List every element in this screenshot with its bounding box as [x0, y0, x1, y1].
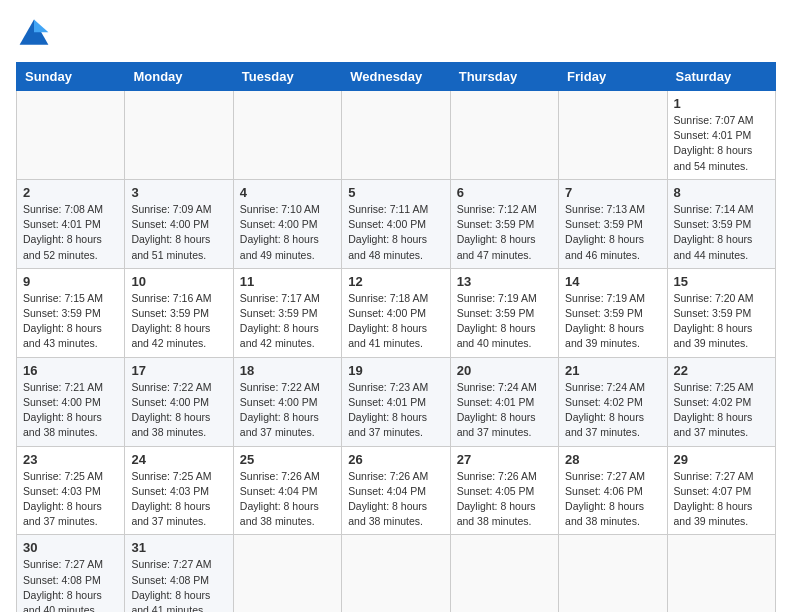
calendar-cell: 13 Sunrise: 7:19 AM Sunset: 3:59 PM Dayl… [450, 268, 558, 357]
calendar-cell: 29 Sunrise: 7:27 AM Sunset: 4:07 PM Dayl… [667, 446, 775, 535]
day-number: 1 [674, 96, 769, 111]
calendar-week-row: 16 Sunrise: 7:21 AM Sunset: 4:00 PM Dayl… [17, 357, 776, 446]
day-info: Sunrise: 7:12 AM Sunset: 3:59 PM Dayligh… [457, 202, 552, 263]
day-number: 13 [457, 274, 552, 289]
calendar-cell [17, 91, 125, 180]
calendar-cell [233, 91, 341, 180]
day-number: 7 [565, 185, 660, 200]
calendar-cell: 11 Sunrise: 7:17 AM Sunset: 3:59 PM Dayl… [233, 268, 341, 357]
day-number: 21 [565, 363, 660, 378]
day-info: Sunrise: 7:15 AM Sunset: 3:59 PM Dayligh… [23, 291, 118, 352]
day-info: Sunrise: 7:27 AM Sunset: 4:08 PM Dayligh… [23, 557, 118, 612]
calendar-week-row: 2 Sunrise: 7:08 AM Sunset: 4:01 PM Dayli… [17, 179, 776, 268]
day-number: 28 [565, 452, 660, 467]
day-info: Sunrise: 7:14 AM Sunset: 3:59 PM Dayligh… [674, 202, 769, 263]
day-info: Sunrise: 7:19 AM Sunset: 3:59 PM Dayligh… [565, 291, 660, 352]
day-number: 23 [23, 452, 118, 467]
day-info: Sunrise: 7:19 AM Sunset: 3:59 PM Dayligh… [457, 291, 552, 352]
logo-icon [16, 16, 52, 52]
day-number: 24 [131, 452, 226, 467]
calendar-cell: 27 Sunrise: 7:26 AM Sunset: 4:05 PM Dayl… [450, 446, 558, 535]
calendar-week-row: 23 Sunrise: 7:25 AM Sunset: 4:03 PM Dayl… [17, 446, 776, 535]
calendar-cell: 24 Sunrise: 7:25 AM Sunset: 4:03 PM Dayl… [125, 446, 233, 535]
day-number: 27 [457, 452, 552, 467]
day-info: Sunrise: 7:23 AM Sunset: 4:01 PM Dayligh… [348, 380, 443, 441]
calendar-table: SundayMondayTuesdayWednesdayThursdayFrid… [16, 62, 776, 612]
calendar-cell: 25 Sunrise: 7:26 AM Sunset: 4:04 PM Dayl… [233, 446, 341, 535]
calendar-cell [559, 535, 667, 612]
day-info: Sunrise: 7:27 AM Sunset: 4:08 PM Dayligh… [131, 557, 226, 612]
calendar-cell [667, 535, 775, 612]
day-info: Sunrise: 7:13 AM Sunset: 3:59 PM Dayligh… [565, 202, 660, 263]
day-number: 16 [23, 363, 118, 378]
day-info: Sunrise: 7:25 AM Sunset: 4:03 PM Dayligh… [23, 469, 118, 530]
calendar-cell: 17 Sunrise: 7:22 AM Sunset: 4:00 PM Dayl… [125, 357, 233, 446]
calendar-cell [233, 535, 341, 612]
day-number: 17 [131, 363, 226, 378]
calendar-cell [559, 91, 667, 180]
day-info: Sunrise: 7:09 AM Sunset: 4:00 PM Dayligh… [131, 202, 226, 263]
day-info: Sunrise: 7:16 AM Sunset: 3:59 PM Dayligh… [131, 291, 226, 352]
calendar-cell: 30 Sunrise: 7:27 AM Sunset: 4:08 PM Dayl… [17, 535, 125, 612]
day-info: Sunrise: 7:25 AM Sunset: 4:02 PM Dayligh… [674, 380, 769, 441]
calendar-cell [450, 91, 558, 180]
day-info: Sunrise: 7:17 AM Sunset: 3:59 PM Dayligh… [240, 291, 335, 352]
calendar-cell: 12 Sunrise: 7:18 AM Sunset: 4:00 PM Dayl… [342, 268, 450, 357]
calendar-cell: 16 Sunrise: 7:21 AM Sunset: 4:00 PM Dayl… [17, 357, 125, 446]
calendar-cell: 3 Sunrise: 7:09 AM Sunset: 4:00 PM Dayli… [125, 179, 233, 268]
calendar-cell: 1 Sunrise: 7:07 AM Sunset: 4:01 PM Dayli… [667, 91, 775, 180]
page-header [16, 16, 776, 52]
day-info: Sunrise: 7:07 AM Sunset: 4:01 PM Dayligh… [674, 113, 769, 174]
calendar-cell: 28 Sunrise: 7:27 AM Sunset: 4:06 PM Dayl… [559, 446, 667, 535]
day-of-week-header: Sunday [17, 63, 125, 91]
calendar-cell [342, 535, 450, 612]
calendar-cell: 4 Sunrise: 7:10 AM Sunset: 4:00 PM Dayli… [233, 179, 341, 268]
day-number: 15 [674, 274, 769, 289]
calendar-header-row: SundayMondayTuesdayWednesdayThursdayFrid… [17, 63, 776, 91]
day-number: 19 [348, 363, 443, 378]
calendar-cell: 6 Sunrise: 7:12 AM Sunset: 3:59 PM Dayli… [450, 179, 558, 268]
day-number: 14 [565, 274, 660, 289]
calendar-cell [450, 535, 558, 612]
calendar-week-row: 1 Sunrise: 7:07 AM Sunset: 4:01 PM Dayli… [17, 91, 776, 180]
day-number: 6 [457, 185, 552, 200]
day-of-week-header: Monday [125, 63, 233, 91]
calendar-cell: 7 Sunrise: 7:13 AM Sunset: 3:59 PM Dayli… [559, 179, 667, 268]
calendar-cell: 15 Sunrise: 7:20 AM Sunset: 3:59 PM Dayl… [667, 268, 775, 357]
day-info: Sunrise: 7:26 AM Sunset: 4:04 PM Dayligh… [240, 469, 335, 530]
calendar-cell [342, 91, 450, 180]
calendar-cell: 31 Sunrise: 7:27 AM Sunset: 4:08 PM Dayl… [125, 535, 233, 612]
day-number: 30 [23, 540, 118, 555]
day-number: 29 [674, 452, 769, 467]
logo [16, 16, 56, 52]
day-info: Sunrise: 7:25 AM Sunset: 4:03 PM Dayligh… [131, 469, 226, 530]
calendar-cell: 19 Sunrise: 7:23 AM Sunset: 4:01 PM Dayl… [342, 357, 450, 446]
day-number: 9 [23, 274, 118, 289]
day-of-week-header: Tuesday [233, 63, 341, 91]
day-info: Sunrise: 7:26 AM Sunset: 4:05 PM Dayligh… [457, 469, 552, 530]
calendar-cell: 20 Sunrise: 7:24 AM Sunset: 4:01 PM Dayl… [450, 357, 558, 446]
day-info: Sunrise: 7:27 AM Sunset: 4:06 PM Dayligh… [565, 469, 660, 530]
day-of-week-header: Saturday [667, 63, 775, 91]
day-info: Sunrise: 7:24 AM Sunset: 4:01 PM Dayligh… [457, 380, 552, 441]
day-number: 18 [240, 363, 335, 378]
day-number: 31 [131, 540, 226, 555]
day-number: 12 [348, 274, 443, 289]
day-info: Sunrise: 7:20 AM Sunset: 3:59 PM Dayligh… [674, 291, 769, 352]
day-number: 10 [131, 274, 226, 289]
day-info: Sunrise: 7:18 AM Sunset: 4:00 PM Dayligh… [348, 291, 443, 352]
calendar-cell: 10 Sunrise: 7:16 AM Sunset: 3:59 PM Dayl… [125, 268, 233, 357]
calendar-cell [125, 91, 233, 180]
day-number: 26 [348, 452, 443, 467]
day-number: 25 [240, 452, 335, 467]
day-number: 22 [674, 363, 769, 378]
day-info: Sunrise: 7:22 AM Sunset: 4:00 PM Dayligh… [131, 380, 226, 441]
calendar-week-row: 9 Sunrise: 7:15 AM Sunset: 3:59 PM Dayli… [17, 268, 776, 357]
day-number: 5 [348, 185, 443, 200]
calendar-cell: 23 Sunrise: 7:25 AM Sunset: 4:03 PM Dayl… [17, 446, 125, 535]
day-info: Sunrise: 7:08 AM Sunset: 4:01 PM Dayligh… [23, 202, 118, 263]
day-of-week-header: Wednesday [342, 63, 450, 91]
calendar-cell: 8 Sunrise: 7:14 AM Sunset: 3:59 PM Dayli… [667, 179, 775, 268]
day-info: Sunrise: 7:26 AM Sunset: 4:04 PM Dayligh… [348, 469, 443, 530]
day-number: 11 [240, 274, 335, 289]
